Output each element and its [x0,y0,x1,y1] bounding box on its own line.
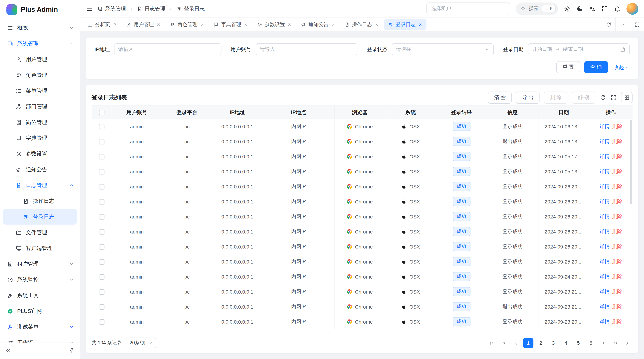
breadcrumb-item-log[interactable]: 日志管理 [137,5,165,12]
detail-link[interactable]: 详情 [600,319,610,325]
delete-link[interactable]: 删除 [612,123,622,130]
detail-link[interactable]: 详情 [600,153,610,160]
page-button-6[interactable]: 6 [586,338,596,348]
sidebar-toggle-button[interactable] [86,5,93,12]
tab-close-button[interactable] [287,22,292,27]
tab-users[interactable]: 用户管理 [122,19,164,30]
reset-button[interactable]: 重 置 [556,61,580,73]
collapse-filters-link[interactable]: 收起 [614,64,630,71]
table-scrollbar[interactable] [629,119,632,333]
row-checkbox[interactable] [99,139,104,144]
tab-pin-button[interactable] [113,22,117,27]
ip-filter-input[interactable]: 请输入 [114,43,221,55]
tabs-menu-button[interactable] [616,17,630,31]
sidebar-item-login-log[interactable]: 登录日志 [3,209,77,225]
delete-link[interactable]: 删除 [612,288,622,295]
page-size-select[interactable]: 20条/页 [126,338,156,348]
first-page-button[interactable] [486,338,496,348]
sidebar-pin-button[interactable] [69,347,75,355]
sidebar-item-overview[interactable]: 概览 [0,20,80,36]
delete-link[interactable]: 删除 [612,138,622,145]
prev-page-button[interactable] [511,338,521,348]
delete-link[interactable]: 删除 [612,258,622,265]
row-checkbox[interactable] [99,229,104,235]
status-filter-select[interactable]: 请选择 [392,43,494,55]
table-fullscreen-button[interactable] [610,94,617,101]
sidebar-item-roles[interactable]: 角色管理 [0,67,80,83]
tab-close-button[interactable] [331,22,335,27]
sidebar-item-menus[interactable]: 菜单管理 [0,83,80,99]
sidebar-item-plus-site[interactable]: PLUS官网 [0,303,80,319]
user-avatar[interactable] [626,3,638,14]
tab-notices[interactable]: 通知公告 [297,19,339,30]
sidebar-item-logs[interactable]: 日志管理 [0,177,80,193]
row-checkbox[interactable] [99,259,104,265]
row-checkbox[interactable] [99,199,104,205]
jump-backward-button[interactable] [499,338,509,348]
delete-link[interactable]: 删除 [612,213,622,220]
detail-link[interactable]: 详情 [600,123,610,130]
breadcrumb-item-login-log[interactable]: 登录日志 [176,5,205,12]
notifications-button[interactable] [614,5,621,12]
row-checkbox[interactable] [99,289,104,295]
detail-link[interactable]: 详情 [600,198,610,205]
row-checkbox[interactable] [99,214,104,220]
language-button[interactable] [589,5,596,12]
detail-link[interactable]: 详情 [600,243,610,250]
sidebar-item-posts[interactable]: 岗位管理 [0,114,80,130]
jump-forward-button[interactable] [610,338,620,348]
page-button-4[interactable]: 4 [561,338,571,348]
breadcrumb-item-system[interactable]: 系统管理 [98,5,126,12]
tab-operation-log[interactable]: 操作日志 [340,19,383,30]
tenant-select[interactable]: 选择租户 [426,2,510,15]
settings-button[interactable] [564,5,571,12]
sidebar-item-system[interactable]: 系统管理 [0,36,80,51]
search-button[interactable]: 搜索 ⌘ K [516,2,558,15]
detail-link[interactable]: 详情 [600,303,610,310]
delete-link[interactable]: 删除 [612,153,622,160]
delete-link[interactable]: 删除 [612,228,622,235]
delete-link[interactable]: 删除 [612,243,622,250]
detail-link[interactable]: 详情 [600,228,610,235]
sidebar-item-tenants[interactable]: 租户管理 [0,256,80,272]
export-button[interactable]: 导 出 [516,91,540,104]
row-checkbox[interactable] [99,169,104,174]
sidebar-item-clients[interactable]: 客户端管理 [0,240,80,256]
tab-analysis[interactable]: 分析页 [84,19,121,30]
detail-link[interactable]: 详情 [600,183,610,190]
detail-link[interactable]: 详情 [600,168,610,175]
detail-link[interactable]: 详情 [600,273,610,280]
row-checkbox[interactable] [99,274,104,280]
sidebar-collapse-button[interactable] [5,347,11,355]
query-button[interactable]: 查 询 [584,61,608,73]
sidebar-item-dictionary[interactable]: 字典管理 [0,130,80,146]
delete-link[interactable]: 删除 [612,198,622,205]
content-fullscreen-button[interactable] [630,17,644,31]
sidebar-item-users[interactable]: 用户管理 [0,51,80,67]
delete-link[interactable]: 删除 [612,303,622,310]
sidebar-item-monitoring[interactable]: 系统监控 [0,272,80,288]
sidebar-item-tools[interactable]: 系统工具 [0,288,80,303]
delete-link[interactable]: 删除 [612,273,622,280]
page-button-3[interactable]: 3 [548,338,558,348]
tab-close-button[interactable] [418,22,422,27]
row-checkbox[interactable] [99,184,104,190]
next-page-button[interactable] [598,338,608,348]
delete-link[interactable]: 删除 [612,168,622,175]
dark-mode-toggle[interactable] [576,5,583,12]
delete-link[interactable]: 删除 [612,183,622,190]
tabs-refresh-button[interactable] [601,17,616,31]
row-checkbox[interactable] [99,244,104,250]
tab-roles[interactable]: 角色管理 [166,19,208,30]
sidebar-item-parameters[interactable]: 参数设置 [0,146,80,162]
tab-close-button[interactable] [244,22,248,27]
date-range-input[interactable]: 开始日期 结束日期 [528,43,630,55]
delete-button[interactable]: 删 除 [544,91,568,104]
tab-close-button[interactable] [200,22,204,27]
account-filter-input[interactable]: 请输入 [256,43,358,55]
page-button-2[interactable]: 2 [536,338,546,348]
select-all-checkbox[interactable] [99,110,104,115]
column-settings-button[interactable] [621,92,632,103]
fullscreen-button[interactable] [602,5,608,12]
scrollbar-thumb[interactable] [630,120,632,204]
